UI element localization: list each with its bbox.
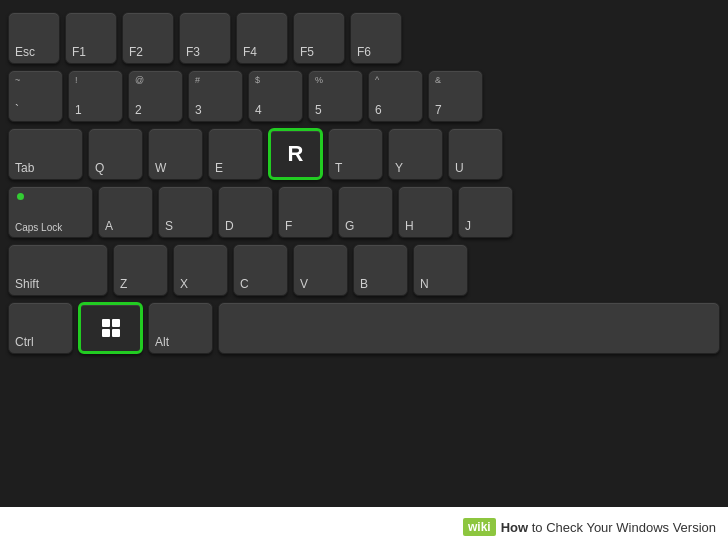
key-w[interactable]: W xyxy=(148,128,203,180)
bottom-row: Ctrl Alt xyxy=(8,302,720,354)
keyboard: Esc F1 F2 F3 F4 F5 F6 F7 ~ ` ! 1 xyxy=(0,0,728,507)
num-row: ~ ` ! 1 @ 2 # 3 $ 4 % 5 ^ 6 & 7 xyxy=(8,70,720,122)
key-3[interactable]: # 3 xyxy=(188,70,243,122)
key-u[interactable]: U xyxy=(448,128,503,180)
key-s[interactable]: S xyxy=(158,186,213,238)
key-2[interactable]: @ 2 xyxy=(128,70,183,122)
key-a[interactable]: A xyxy=(98,186,153,238)
key-h[interactable]: H xyxy=(398,186,453,238)
key-ctrl[interactable]: Ctrl xyxy=(8,302,73,354)
footer-how-text: How to Check Your Windows Version xyxy=(501,520,716,535)
key-z[interactable]: Z xyxy=(113,244,168,296)
wiki-brand-box: wiki xyxy=(463,518,496,536)
key-r[interactable]: R xyxy=(268,128,323,180)
windows-icon xyxy=(102,319,120,337)
wikihow-logo: wiki How to Check Your Windows Version xyxy=(463,518,716,536)
key-v[interactable]: V xyxy=(293,244,348,296)
key-7[interactable]: & 7 xyxy=(428,70,483,122)
key-tab[interactable]: Tab xyxy=(8,128,83,180)
key-b[interactable]: B xyxy=(353,244,408,296)
key-esc[interactable]: Esc xyxy=(8,12,60,64)
key-f2[interactable]: F2 xyxy=(122,12,174,64)
caps-row: Caps Lock A S D F G H J xyxy=(8,186,720,238)
key-e[interactable]: E xyxy=(208,128,263,180)
key-q[interactable]: Q xyxy=(88,128,143,180)
key-alt[interactable]: Alt xyxy=(148,302,213,354)
key-f6[interactable]: F6 xyxy=(350,12,402,64)
key-y[interactable]: Y xyxy=(388,128,443,180)
key-shift-left[interactable]: Shift xyxy=(8,244,108,296)
qwerty-row: Tab Q W E R T Y U xyxy=(8,128,720,180)
key-t[interactable]: T xyxy=(328,128,383,180)
shift-row: Shift Z X C V B N xyxy=(8,244,720,296)
key-f3[interactable]: F3 xyxy=(179,12,231,64)
key-f4[interactable]: F4 xyxy=(236,12,288,64)
key-g[interactable]: G xyxy=(338,186,393,238)
key-j[interactable]: J xyxy=(458,186,513,238)
key-f1[interactable]: F1 xyxy=(65,12,117,64)
key-1[interactable]: ! 1 xyxy=(68,70,123,122)
fn-row: Esc F1 F2 F3 F4 F5 F6 F7 xyxy=(8,12,720,64)
capslock-indicator xyxy=(17,193,24,200)
key-5[interactable]: % 5 xyxy=(308,70,363,122)
key-6[interactable]: ^ 6 xyxy=(368,70,423,122)
key-c[interactable]: C xyxy=(233,244,288,296)
key-n[interactable]: N xyxy=(413,244,468,296)
wikihow-footer: wiki How to Check Your Windows Version xyxy=(0,507,728,547)
key-f5[interactable]: F5 xyxy=(293,12,345,64)
key-d[interactable]: D xyxy=(218,186,273,238)
key-tilde[interactable]: ~ ` xyxy=(8,70,63,122)
key-x[interactable]: X xyxy=(173,244,228,296)
key-windows[interactable] xyxy=(78,302,143,354)
key-capslock[interactable]: Caps Lock xyxy=(8,186,93,238)
key-space[interactable] xyxy=(218,302,720,354)
key-4[interactable]: $ 4 xyxy=(248,70,303,122)
key-f[interactable]: F xyxy=(278,186,333,238)
